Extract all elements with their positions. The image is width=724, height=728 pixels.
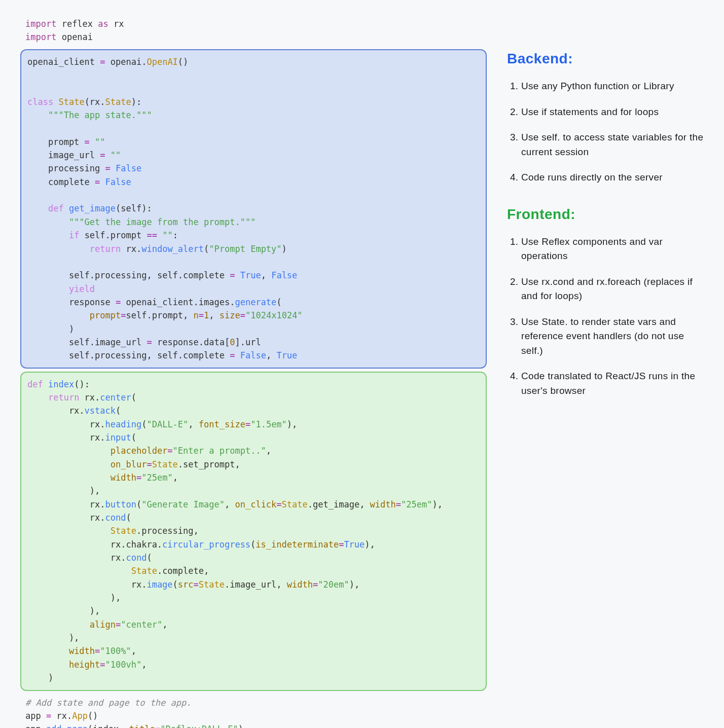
- backend-list: Use any Python function or Library Use i…: [507, 79, 704, 185]
- code-imports: import reflex as rx import openai: [20, 15, 487, 46]
- list-item: Code runs directly on the server: [521, 170, 704, 185]
- frontend-list: Use Reflex components and var operations…: [507, 235, 704, 398]
- backend-info-section: Backend: Use any Python function or Libr…: [507, 51, 704, 185]
- list-item: Use rx.cond and rx.foreach (replaces if …: [521, 275, 704, 304]
- list-item: Use self. to access state variables for …: [521, 130, 704, 159]
- frontend-title: Frontend:: [507, 206, 704, 223]
- list-item: Code translated to React/JS runs in the …: [521, 369, 704, 398]
- code-footer: # Add state and page to the app. app = r…: [20, 694, 487, 729]
- layout-container: import reflex as rx import openai openai…: [20, 15, 704, 728]
- list-item: Use if statements and for loops: [521, 105, 704, 120]
- backend-title: Backend:: [507, 51, 704, 67]
- list-item: Use State. to render state vars and refe…: [521, 315, 704, 358]
- code-column: import reflex as rx import openai openai…: [20, 15, 487, 728]
- frontend-info-section: Frontend: Use Reflex components and var …: [507, 206, 704, 398]
- info-column: Backend: Use any Python function or Libr…: [507, 15, 704, 728]
- list-item: Use Reflex components and var operations: [521, 235, 704, 264]
- list-item: Use any Python function or Library: [521, 79, 704, 94]
- code-backend-block: openai_client = openai.OpenAI() class St…: [20, 49, 487, 369]
- code-frontend-block: def index(): return rx.center( rx.vstack…: [20, 372, 487, 691]
